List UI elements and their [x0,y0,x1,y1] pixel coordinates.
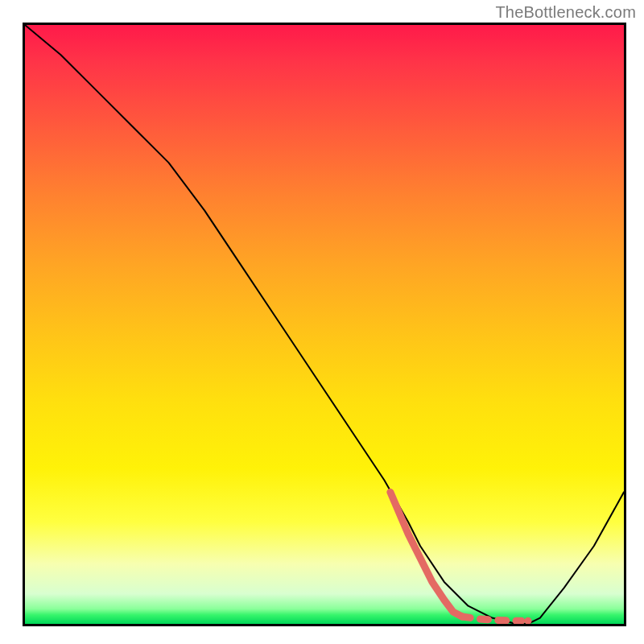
attribution-text: TheBottleneck.com [495,3,636,22]
series-main-curve [25,25,624,624]
series-highlight-flat-seg [462,617,470,617]
series-highlight-flat-seg [480,619,488,620]
plot-overlay-svg [25,25,624,624]
chart-container: TheBottleneck.com [0,0,644,644]
series-group [25,25,624,624]
plot-frame [23,23,626,626]
